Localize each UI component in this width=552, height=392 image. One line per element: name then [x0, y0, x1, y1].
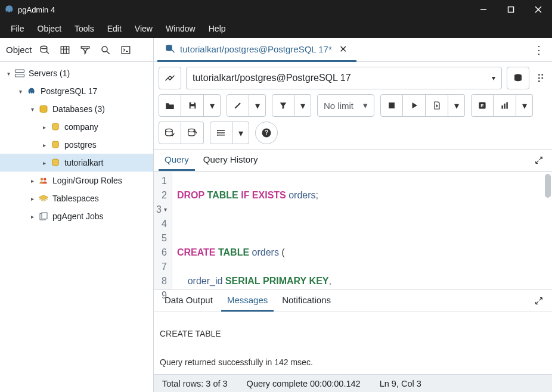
caret-right-icon[interactable]: ▸ [27, 213, 37, 220]
svg-point-20 [44, 178, 46, 181]
subtab-data-output[interactable]: Data Output [159, 290, 219, 312]
messages-output: CREATE TABLE Query returned successfully… [154, 312, 552, 374]
svg-rect-22 [42, 213, 47, 219]
svg-rect-36 [504, 104, 505, 109]
caret-right-icon[interactable]: ▸ [39, 142, 49, 148]
tree-server-pg17[interactable]: ▾ PostgreSQL 17 [0, 82, 153, 100]
fold-icon[interactable]: ▾ [164, 203, 167, 217]
tree-tablespaces[interactable]: ▸ Tablespaces [0, 189, 153, 207]
message-line: CREATE TABLE [160, 329, 221, 338]
psql-tool-icon[interactable] [116, 41, 135, 60]
tree-login-roles[interactable]: ▸ Login/Group Roles [0, 172, 153, 189]
menu-file[interactable]: File [5, 21, 30, 36]
svg-rect-32 [389, 102, 395, 108]
minimize-button[interactable] [470, 0, 497, 19]
commit-button[interactable] [159, 122, 181, 144]
explain-menu-button[interactable]: ▾ [516, 94, 533, 117]
menu-view[interactable]: View [129, 21, 159, 36]
editor-scrollbar[interactable] [545, 174, 551, 198]
maximize-button[interactable] [497, 0, 525, 19]
tree-label: postgres [64, 140, 97, 150]
tree-label: PostgreSQL 17 [41, 86, 97, 96]
svg-point-38 [166, 129, 172, 132]
elephant-icon [26, 86, 37, 96]
subtab-query[interactable]: Query [159, 150, 195, 171]
database-icon [50, 158, 61, 167]
tree-label: Login/Group Roles [52, 176, 122, 185]
tab-close-icon[interactable]: ✕ [337, 43, 349, 55]
tree-pgagent[interactable]: ▸ pgAgent Jobs [0, 207, 153, 225]
explain-button[interactable]: E [471, 94, 494, 117]
save-menu-button[interactable]: ▾ [204, 94, 221, 117]
edit-button[interactable] [227, 94, 249, 117]
menu-edit[interactable]: Edit [101, 21, 128, 36]
rows-limit-select[interactable]: No limit ▾ [317, 94, 374, 117]
macros-menu-button[interactable]: ▾ [232, 122, 249, 144]
execute-button[interactable] [403, 94, 426, 117]
tree-db-tutorialkart[interactable]: ▸ tutorialkart [0, 154, 153, 172]
sql-editor[interactable]: 1 2 3 ▾ 4 5 6 7 8 9 DROP TABLE IF EXISTS… [154, 172, 552, 290]
tree-databases[interactable]: ▾ Databases (3) [0, 100, 153, 118]
more-connection-button[interactable] [534, 67, 547, 89]
tree-servers[interactable]: ▾ Servers (1) [0, 64, 153, 82]
expand-editor-icon[interactable] [531, 150, 547, 171]
caret-right-icon[interactable]: ▸ [27, 195, 37, 202]
filter-button[interactable] [272, 94, 294, 117]
search-objects-icon[interactable] [96, 41, 115, 60]
explain-analyze-button[interactable] [494, 94, 516, 117]
caret-right-icon[interactable]: ▸ [39, 124, 49, 130]
statusbar: Total rows: 3 of 3 Query complete 00:00:… [154, 374, 552, 392]
filter-rows-icon[interactable] [76, 41, 95, 60]
tree-label: Servers (1) [29, 69, 70, 78]
svg-point-43 [217, 130, 218, 131]
caret-down-icon[interactable]: ▾ [4, 70, 13, 77]
edit-menu-button[interactable]: ▾ [249, 94, 266, 117]
output-subtabs: Data Output Messages Notifications [154, 290, 552, 312]
window-controls [470, 0, 552, 19]
tab-query-tool[interactable]: tutorialkart/postgres@PostgreSQL 17* ✕ [157, 38, 356, 62]
window-title: pgAdmin 4 [18, 5, 470, 14]
browser-title: Object [4, 45, 34, 55]
subtab-history[interactable]: Query History [197, 150, 264, 171]
svg-point-28 [541, 77, 543, 79]
caret-right-icon[interactable]: ▸ [27, 178, 37, 184]
tree-label: Databases (3) [52, 104, 105, 114]
menu-window[interactable]: Window [160, 21, 201, 36]
connection-status-button[interactable] [159, 67, 181, 89]
svg-rect-14 [15, 74, 24, 77]
connection-select[interactable]: tutorialkart/postgres@PostgreSQL 17 ▾ [186, 67, 502, 89]
filter-menu-button[interactable]: ▾ [294, 94, 311, 117]
editor-code[interactable]: DROP TABLE IF EXISTS orders; CREATE TABL… [172, 172, 552, 290]
close-button[interactable] [525, 0, 552, 19]
subtab-messages[interactable]: Messages [221, 290, 274, 312]
help-button[interactable]: ? [255, 122, 278, 144]
macros-button[interactable] [210, 122, 232, 144]
caret-right-icon[interactable]: ▸ [39, 160, 49, 166]
new-connection-button[interactable] [507, 67, 529, 89]
server-group-icon [14, 69, 25, 78]
menu-tools[interactable]: Tools [69, 21, 100, 36]
object-tree[interactable]: ▾ Servers (1) ▾ PostgreSQL 17 ▾ Database… [0, 62, 153, 392]
subtab-notifications[interactable]: Notifications [276, 290, 337, 312]
svg-rect-37 [506, 102, 507, 108]
tree-db-postgres[interactable]: ▸ postgres [0, 136, 153, 154]
svg-point-4 [41, 46, 48, 49]
tree-db-company[interactable]: ▸ company [0, 118, 153, 136]
execute-to-file-button[interactable] [426, 94, 448, 117]
save-file-button[interactable] [181, 94, 204, 117]
caret-down-icon[interactable]: ▾ [15, 88, 25, 95]
tab-menu-icon[interactable]: ⋮ [529, 43, 548, 57]
query-tool-panel: tutorialkart/postgres@PostgreSQL 17* ✕ ⋮… [154, 38, 552, 392]
query-tool-icon[interactable] [35, 41, 54, 60]
view-data-icon[interactable] [55, 41, 75, 60]
stop-button[interactable] [380, 94, 403, 117]
expand-output-icon[interactable] [531, 290, 547, 312]
menu-object[interactable]: Object [32, 21, 67, 36]
menu-help[interactable]: Help [203, 21, 232, 36]
caret-down-icon[interactable]: ▾ [27, 106, 37, 113]
execute-menu-button[interactable]: ▾ [448, 94, 465, 117]
rollback-button[interactable] [181, 122, 204, 144]
svg-rect-31 [190, 106, 194, 108]
open-file-button[interactable] [159, 94, 181, 117]
svg-rect-5 [61, 46, 70, 54]
